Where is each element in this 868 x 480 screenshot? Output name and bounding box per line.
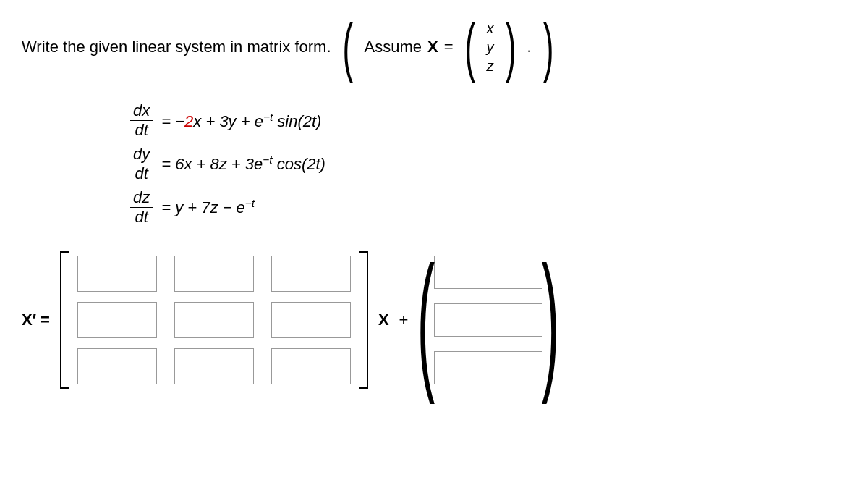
matrix-cell-2-1[interactable] (77, 302, 157, 338)
matrix-cell-3-3[interactable] (271, 348, 351, 384)
right-bracket-icon (359, 251, 368, 389)
dxdt-fraction: dx dt (130, 101, 153, 140)
assume-eq: = (444, 38, 454, 56)
x-prime-label: X′ = (22, 311, 50, 329)
outer-right-paren: ) (542, 14, 553, 80)
outer-left-paren: ( (342, 14, 353, 80)
prompt-text: Write the given linear system in matrix … (22, 38, 331, 56)
vec-x: x (487, 19, 494, 38)
equation-3: dz dt = y + 7z − e−t (130, 188, 846, 227)
vec-y: y (487, 38, 494, 56)
matrix-cell-3-2[interactable] (174, 348, 254, 384)
matrix-grid (69, 248, 359, 392)
matrix-cell-1-2[interactable] (174, 256, 254, 292)
vector-cell-2[interactable] (434, 303, 542, 337)
dydt-fraction: dy dt (130, 145, 153, 184)
vector-column (434, 256, 542, 384)
problem-prompt: Write the given linear system in matrix … (22, 14, 846, 80)
matrix-cell-2-3[interactable] (271, 302, 351, 338)
dzdt-fraction: dz dt (130, 188, 153, 227)
vector-cell-1[interactable] (434, 256, 542, 289)
period: . (527, 38, 531, 56)
matrix-cell-1-1[interactable] (77, 256, 157, 292)
inner-left-paren: ( (464, 14, 475, 80)
coefficient-matrix (60, 248, 368, 392)
assume-X: X (427, 38, 438, 56)
assume-pre: Assume (364, 38, 421, 56)
vec-left-paren-icon: ( (417, 251, 435, 389)
column-vector: x y z (487, 19, 494, 75)
equation-1: dx dt = −2x + 3y + e−t sin(2t) (130, 101, 846, 140)
vec-right-paren-icon: ) (542, 251, 559, 389)
equation-system: dx dt = −2x + 3y + e−t sin(2t) dy dt = 6… (130, 101, 846, 227)
red-coefficient: 2 (184, 112, 193, 130)
answer-row: X′ = X + ( ) (22, 248, 846, 392)
vector-cell-3[interactable] (434, 351, 542, 384)
forcing-vector: ( ) (418, 251, 558, 389)
left-bracket-icon (60, 251, 69, 389)
matrix-cell-2-2[interactable] (174, 302, 254, 338)
plus-sign: + (399, 311, 409, 329)
equation-2: dy dt = 6x + 8z + 3e−t cos(2t) (130, 145, 846, 184)
matrix-cell-1-3[interactable] (271, 256, 351, 292)
matrix-cell-3-1[interactable] (77, 348, 157, 384)
inner-right-paren: ) (505, 14, 516, 80)
X-multiplier: X (378, 311, 389, 329)
vec-z: z (487, 56, 494, 75)
